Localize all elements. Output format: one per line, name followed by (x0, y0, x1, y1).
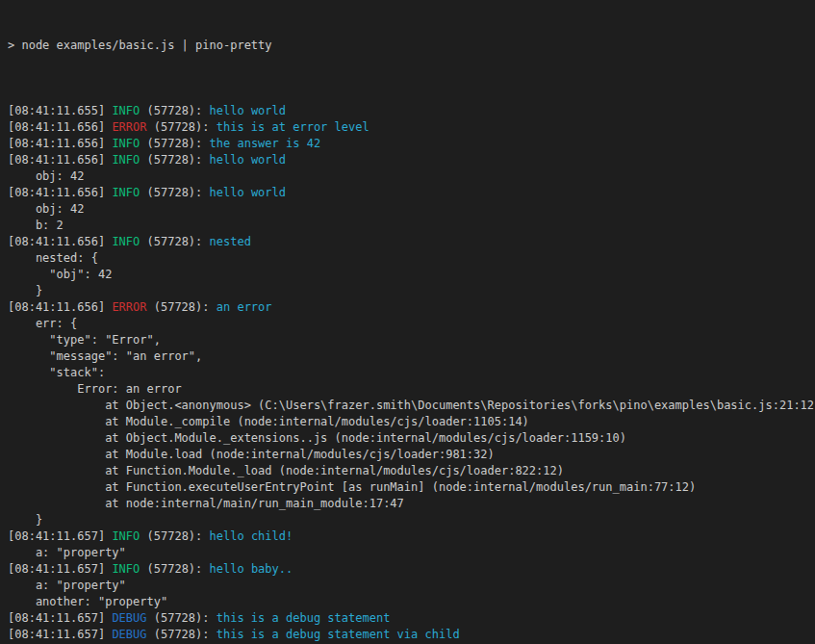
log-detail-line: "obj": 42 (8, 267, 815, 283)
log-pid: (57728): (147, 300, 216, 314)
log-message: hello baby.. (210, 562, 293, 576)
log-level: DEBUG (112, 611, 146, 625)
log-timestamp: [08:41:11.657] (8, 562, 112, 576)
log-detail-line: obj: 42 (8, 201, 815, 218)
log-line: [08:41:11.656] ERROR (57728): an error (8, 299, 815, 316)
log-level: INFO (112, 137, 140, 150)
log-detail-line: a: "property" (8, 578, 815, 594)
log-pid: (57728): (147, 611, 216, 625)
log-line: [08:41:11.655] INFO (57728): hello world (8, 103, 815, 119)
log-level: INFO (112, 529, 140, 543)
log-timestamp: [08:41:11.656] (8, 153, 112, 167)
log-pid: (57728): (140, 153, 209, 167)
log-detail-line: nested: { (8, 250, 815, 267)
log-timestamp: [08:41:11.657] (8, 529, 112, 543)
log-message: the answer is 42 (210, 137, 321, 150)
log-detail-line: another: "property" (8, 594, 815, 610)
log-timestamp: [08:41:11.657] (8, 628, 112, 641)
log-message: hello child! (210, 529, 293, 543)
log-pid: (57728): (147, 120, 216, 134)
log-line: [08:41:11.657] INFO (57728): hello child… (8, 528, 815, 545)
log-detail-line: a: "property" (8, 545, 815, 561)
log-level: INFO (112, 186, 140, 199)
command-line: > node examples/basic.js | pino-pretty (8, 38, 815, 54)
terminal-window[interactable]: > node examples/basic.js | pino-pretty [… (0, 0, 815, 644)
log-message: hello world (210, 153, 286, 167)
log-level: INFO (112, 153, 140, 167)
log-detail-line: at Function.Module._load (node:internal/… (8, 463, 815, 479)
log-timestamp: [08:41:11.656] (8, 120, 112, 134)
log-message: this is at error level (216, 120, 369, 134)
log-detail-line: "type": "Error", (8, 332, 815, 348)
log-detail-line: at Module.load (node:internal/modules/cj… (8, 447, 815, 463)
log-line: [08:41:11.656] INFO (57728): hello world (8, 185, 815, 201)
log-message: hello world (210, 186, 286, 199)
log-pid: (57728): (140, 235, 209, 248)
log-line: [08:41:11.656] INFO (57728): hello world (8, 152, 815, 168)
log-timestamp: [08:41:11.656] (8, 137, 112, 150)
log-detail-line: at Object.<anonymous> (C:\Users\frazer.s… (8, 398, 815, 414)
log-pid: (57728): (147, 628, 216, 641)
log-message: hello world (210, 104, 286, 117)
log-line: [08:41:11.657] INFO (57728): hello baby.… (8, 561, 815, 578)
blank-line (8, 87, 815, 103)
log-timestamp: [08:41:11.656] (8, 235, 112, 248)
log-detail-line: "message": "an error", (8, 348, 815, 365)
log-line: [08:41:11.657] DEBUG (57728): this is a … (8, 627, 815, 643)
log-level: INFO (112, 562, 140, 576)
log-level: INFO (112, 104, 140, 117)
log-level: ERROR (112, 300, 146, 314)
log-timestamp: [08:41:11.656] (8, 186, 112, 199)
log-line: [08:41:11.656] ERROR (57728): this is at… (8, 119, 815, 136)
log-pid: (57728): (140, 104, 209, 117)
log-line: [08:41:11.656] INFO (57728): the answer … (8, 136, 815, 152)
log-timestamp: [08:41:11.657] (8, 611, 112, 625)
log-detail-line: at Module._compile (node:internal/module… (8, 414, 815, 430)
terminal-output: [08:41:11.655] INFO (57728): hello world… (8, 87, 815, 644)
log-line: [08:41:11.657] DEBUG (57728): this is a … (8, 610, 815, 627)
log-pid: (57728): (140, 137, 209, 150)
log-level: DEBUG (112, 628, 146, 641)
log-detail-line: obj: 42 (8, 168, 815, 185)
log-detail-line: b: 2 (8, 218, 815, 234)
log-message: an error (216, 300, 272, 314)
log-detail-line: at node:internal/main/run_main_module:17… (8, 496, 815, 512)
log-message: this is a debug statement (216, 611, 391, 625)
log-timestamp: [08:41:11.656] (8, 300, 112, 314)
log-message: this is a debug statement via child (216, 628, 460, 641)
log-detail-line: } (8, 283, 815, 299)
log-pid: (57728): (140, 186, 209, 199)
log-detail-line: "stack": (8, 365, 815, 381)
log-pid: (57728): (140, 562, 209, 576)
log-level: ERROR (112, 120, 146, 134)
log-line: [08:41:11.656] INFO (57728): nested (8, 234, 815, 250)
log-timestamp: [08:41:11.655] (8, 104, 112, 117)
log-detail-line: at Function.executeUserEntryPoint [as ru… (8, 479, 815, 496)
log-detail-line: err: { (8, 316, 815, 332)
log-message: nested (210, 235, 251, 248)
log-pid: (57728): (140, 529, 209, 543)
log-detail-line: } (8, 512, 815, 528)
log-detail-line: Error: an error (8, 381, 815, 398)
log-level: INFO (112, 235, 140, 248)
log-detail-line: at Object.Module._extensions..js (node:i… (8, 430, 815, 447)
